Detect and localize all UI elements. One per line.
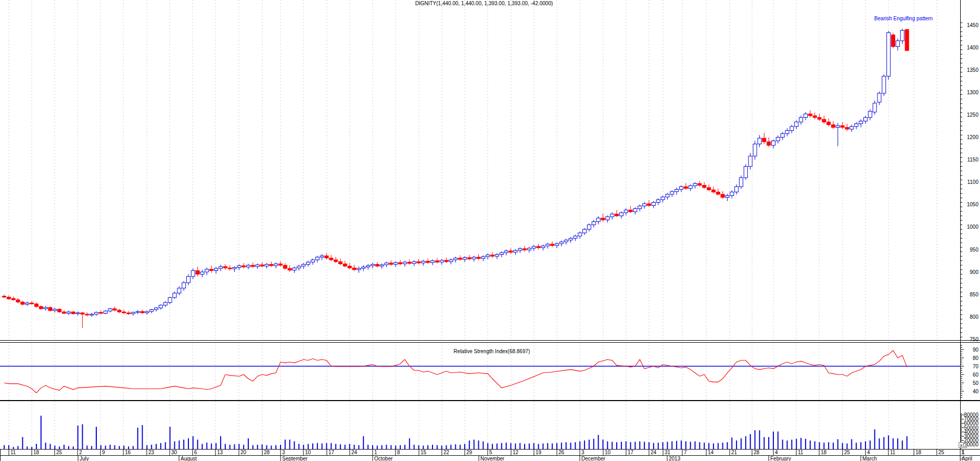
corner-close-icon[interactable]: x	[960, 443, 963, 448]
rsi-series	[0, 351, 960, 393]
svg-text:1200: 1200	[967, 134, 979, 140]
svg-text:24: 24	[651, 450, 657, 455]
svg-text:October: October	[374, 456, 393, 461]
svg-text:4: 4	[775, 450, 778, 455]
svg-text:1100: 1100	[967, 179, 978, 185]
svg-text:70: 70	[973, 364, 979, 369]
price-axis: 1450140013501300125012001150110010501000…	[960, 22, 978, 448]
svg-text:31: 31	[665, 450, 671, 455]
svg-text:1450: 1450	[967, 22, 979, 28]
svg-text:1300: 1300	[967, 90, 979, 95]
svg-text:850: 850	[970, 292, 978, 297]
svg-text:1250: 1250	[967, 112, 979, 118]
svg-text:5: 5	[489, 450, 492, 455]
svg-text:6: 6	[194, 450, 197, 455]
svg-text:14: 14	[708, 450, 714, 455]
svg-text:July: July	[80, 456, 89, 461]
svg-text:25: 25	[844, 450, 850, 455]
svg-text:60: 60	[973, 372, 979, 378]
svg-text:17: 17	[628, 450, 634, 455]
svg-text:9: 9	[102, 450, 105, 455]
svg-text:1050: 1050	[967, 202, 979, 207]
svg-text:23: 23	[148, 450, 155, 455]
svg-text:12: 12	[513, 450, 519, 455]
panel-frames	[0, 0, 980, 456]
svg-text:28: 28	[264, 450, 270, 455]
svg-text:26: 26	[558, 450, 565, 455]
gridlines-layer	[9, 0, 960, 449]
svg-text:September: September	[282, 456, 308, 461]
svg-text:80: 80	[973, 355, 979, 361]
svg-text:19: 19	[536, 450, 542, 455]
svg-text:750: 750	[970, 337, 978, 342]
svg-text:8: 8	[397, 450, 400, 455]
chart-window: 1450140013501300125012001150110010501000…	[0, 0, 980, 461]
svg-text:25: 25	[938, 450, 945, 455]
svg-text:20: 20	[240, 450, 247, 455]
svg-text:29: 29	[466, 450, 473, 455]
svg-text:4: 4	[867, 450, 870, 455]
stock-chart: 1450140013501300125012001150110010501000…	[0, 0, 980, 461]
svg-text:1400: 1400	[967, 45, 979, 51]
svg-text:August: August	[181, 456, 197, 461]
svg-text:21: 21	[731, 450, 737, 455]
candle-series	[3, 29, 909, 328]
svg-text:10: 10	[605, 450, 611, 455]
svg-text:30: 30	[171, 450, 177, 455]
svg-text:18: 18	[821, 450, 827, 455]
rsi-panel-title: Relative Strength Index(68.8697)	[454, 348, 530, 354]
svg-text:11: 11	[798, 450, 804, 455]
svg-text:40: 40	[973, 389, 979, 394]
svg-text:28: 28	[754, 450, 760, 455]
corner-widget[interactable]: x	[959, 443, 967, 448]
svg-text:800: 800	[970, 314, 978, 320]
date-axis: 1118252916233061320283101724181522295121…	[1, 449, 973, 461]
svg-text:December: December	[581, 456, 606, 461]
svg-text:50: 50	[973, 380, 979, 386]
svg-text:11: 11	[890, 450, 896, 455]
svg-text:3: 3	[581, 450, 584, 455]
svg-text:1000: 1000	[967, 224, 979, 230]
svg-text:950: 950	[970, 247, 978, 253]
svg-text:24: 24	[351, 450, 358, 455]
page-number: 1	[961, 450, 964, 455]
svg-text:3: 3	[282, 450, 285, 455]
svg-text:90: 90	[973, 347, 979, 353]
svg-text:1350: 1350	[967, 67, 979, 73]
svg-text:900: 900	[970, 269, 978, 275]
svg-text:1: 1	[374, 450, 377, 455]
svg-text:13: 13	[217, 450, 223, 455]
svg-text:25: 25	[56, 450, 62, 455]
svg-text:10: 10	[305, 450, 311, 455]
svg-text:1150: 1150	[967, 157, 978, 163]
svg-text:11: 11	[10, 450, 16, 455]
svg-text:22: 22	[443, 450, 450, 455]
svg-text:April: April	[962, 456, 972, 461]
svg-text:2: 2	[79, 450, 82, 455]
svg-text:March: March	[862, 456, 877, 461]
svg-text:18: 18	[33, 450, 40, 455]
svg-text:15: 15	[421, 450, 427, 455]
svg-text:2013: 2013	[669, 456, 681, 461]
svg-text:February: February	[770, 456, 791, 461]
chart-title: DIGNITY(1,440.00, 1,440.00, 1,393.00, 1,…	[415, 1, 553, 6]
pattern-annotation: Bearish Engulfing pattern	[874, 16, 933, 21]
svg-text:16: 16	[125, 450, 131, 455]
svg-text:7: 7	[684, 450, 687, 455]
volume-series	[4, 416, 908, 449]
svg-text:18: 18	[915, 450, 922, 455]
svg-text:17: 17	[328, 450, 335, 455]
svg-text:November: November	[480, 456, 505, 461]
